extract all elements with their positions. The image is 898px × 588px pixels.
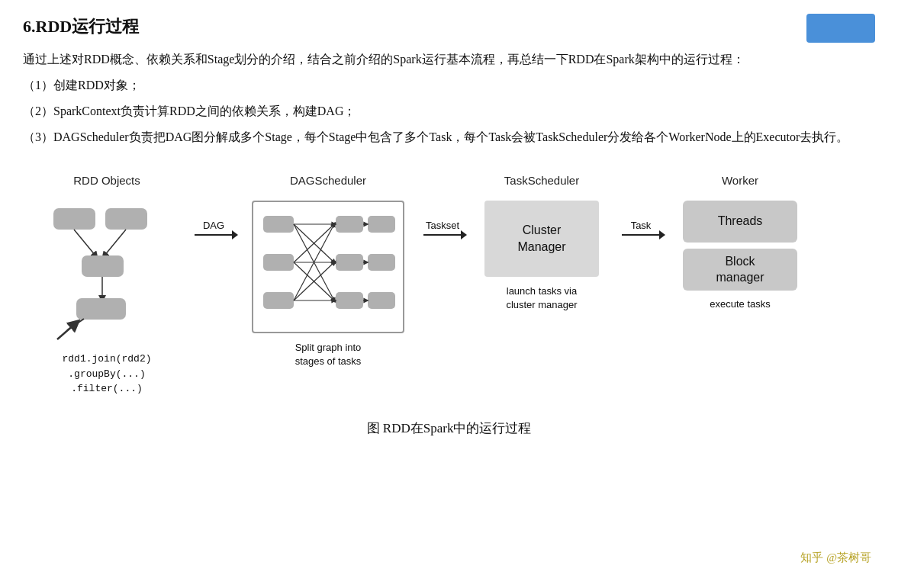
dag-graph-svg: [259, 208, 400, 323]
diagram-wrapper: RDD Objects: [23, 174, 875, 397]
col1-label: RDD Objects: [73, 174, 140, 187]
intro-paragraph-4: （3）DAGScheduler负责把DAG图分解成多个Stage，每个Stage…: [23, 127, 875, 148]
task-arrow-label: Task: [631, 220, 652, 231]
diagram-area: RDD Objects: [23, 166, 875, 437]
svg-rect-15: [336, 254, 363, 271]
task-caption: launch tasks viacluster manager: [506, 284, 577, 312]
svg-rect-0: [53, 208, 95, 230]
svg-rect-4: [82, 255, 124, 277]
rdd-graph-svg: [46, 201, 168, 345]
cluster-manager-box: ClusterManager: [484, 201, 599, 277]
task-arrow-line: [622, 234, 660, 236]
svg-rect-17: [368, 216, 395, 233]
taskset-arrow-label: Taskset: [426, 220, 459, 231]
dagscheduler-column: DAGScheduler: [244, 174, 412, 368]
taskset-arrow-col: Taskset: [412, 174, 473, 236]
col2-label: DAGScheduler: [290, 174, 366, 187]
intro-paragraph-2: （1）创建RDD对象；: [23, 75, 875, 96]
worker-caption: execute tasks: [710, 298, 771, 310]
worker-column: Worker Threads Blockmanager execute task…: [671, 174, 809, 310]
dag-horiz-arrow: [195, 234, 233, 236]
taskset-arrow-line: [423, 234, 462, 236]
rdd-objects-column: RDD Objects: [31, 174, 183, 397]
dag-graph-container: [252, 201, 404, 333]
svg-rect-1: [105, 208, 147, 230]
dag-arrow-label: DAG: [203, 220, 224, 231]
block-manager-box: Blockmanager: [683, 249, 797, 291]
dag-caption: Split graph intostages of tasks: [295, 341, 362, 368]
figure-caption: 图 RDD在Spark中的运行过程: [367, 419, 532, 437]
svg-rect-18: [368, 254, 395, 271]
intro-paragraph-3: （2）SparkContext负责计算RDD之间的依赖关系，构建DAG；: [23, 101, 875, 122]
svg-line-2: [74, 230, 95, 255]
dag-arrow-line: [195, 234, 233, 236]
top-right-button[interactable]: [806, 14, 875, 43]
svg-rect-13: [263, 292, 294, 309]
svg-rect-16: [336, 292, 363, 309]
col3-label: TaskScheduler: [504, 174, 579, 187]
taskscheduler-column: TaskScheduler ClusterManager launch task…: [473, 174, 610, 312]
taskset-horiz-arrow: [423, 234, 462, 236]
task-horiz-arrow: [622, 234, 660, 236]
svg-line-9: [57, 324, 75, 339]
col4-label: Worker: [722, 174, 758, 187]
task-arrow-col: Task: [610, 174, 671, 236]
dag-arrow-col: DAG: [183, 174, 244, 236]
svg-rect-14: [336, 216, 363, 233]
svg-rect-12: [263, 254, 294, 271]
section-title: 6.RDD运行过程: [23, 15, 875, 38]
svg-rect-19: [368, 292, 395, 309]
svg-line-3: [105, 230, 126, 255]
threads-box: Threads: [683, 201, 797, 243]
intro-paragraph-1: 通过上述对RDD概念、依赖关系和Stage划分的介绍，结合之前介绍的Spark运…: [23, 49, 875, 70]
svg-rect-6: [76, 298, 126, 320]
watermark: 知乎 @茶树哥: [800, 551, 871, 565]
worker-boxes: Threads Blockmanager: [683, 201, 797, 291]
rdd-code-label: rdd1.join(rdd2).groupBy(...).filter(...): [62, 352, 151, 397]
svg-rect-11: [263, 216, 294, 233]
